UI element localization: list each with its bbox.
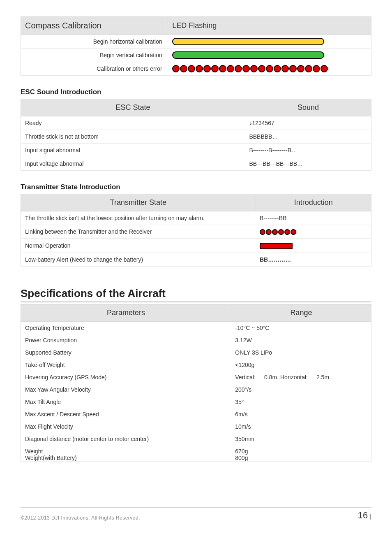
page-footer: ©2012-2013 DJI Innovations. All Rights R… [21, 507, 371, 521]
compass-header-led: LED Flashing [168, 17, 371, 35]
tx-heading: Transmitter State Introduction [21, 183, 371, 191]
tx-intro-text: BB………… [260, 256, 291, 263]
led-pill-green [172, 51, 324, 59]
compass-row-label: Begin horizontal calibration [21, 35, 168, 49]
table-row: Calibration or others error [21, 62, 371, 76]
tx-state: The throttle stick isn't at the lowest p… [21, 211, 256, 225]
tx-intro [256, 225, 371, 239]
spec-heading: Specifications of the Aircraft [21, 287, 371, 302]
led-dot-icon [278, 229, 284, 235]
table-row: Ready♪1234567 [21, 116, 371, 130]
spec-param: Max Tilt Angle [21, 396, 231, 408]
led-dot-icon [266, 65, 273, 72]
table-row: Throttle stick is not at bottomBBBBBB… [21, 130, 371, 144]
spec-range: 670g800g [231, 445, 371, 462]
spec-range: 200°/s [231, 383, 371, 396]
esc-state: Ready [21, 116, 245, 130]
spec-range: ONLY 3S LiPo [231, 346, 371, 359]
led-dot-icon [172, 65, 180, 72]
spec-table: Parameters Range Operating Temperature-1… [21, 304, 371, 462]
esc-sound-table: ESC State Sound Ready♪1234567Throttle st… [21, 99, 371, 171]
led-dot-icon [258, 65, 265, 72]
table-row: Supported BatteryONLY 3S LiPo [21, 346, 371, 359]
esc-header-sound: Sound [245, 99, 371, 116]
tx-intro: BB………… [256, 253, 371, 266]
tx-state: Normal Operation [21, 239, 256, 253]
table-row: Power Consumption3.12W [21, 334, 371, 346]
led-dot-icon [180, 65, 187, 72]
led-dot-icon [260, 229, 265, 235]
table-row: Take-off Weight<1200g [21, 359, 371, 371]
spec-range: 6m/s [231, 408, 371, 420]
spec-range: 10m/s [231, 420, 371, 433]
tx-header-state: Transmitter State [21, 194, 256, 211]
tx-tbody: The throttle stick isn't at the lowest p… [21, 211, 371, 267]
tx-state: Low-battery Alert (Need to change the ba… [21, 253, 256, 266]
led-dots-red [172, 65, 328, 72]
spec-param: Supported Battery [21, 346, 231, 359]
led-dot-icon [272, 229, 278, 235]
led-dot-icon [305, 65, 312, 72]
esc-sound: BB---BB---BB---BB… [245, 157, 371, 171]
led-pill-yellow [172, 38, 324, 45]
spec-range: 35° [231, 396, 371, 408]
spec-param: Operating Temperature [21, 321, 231, 334]
table-row: Hovering Accuracy (GPS Mode)Vertical: 0.… [21, 371, 371, 383]
footer-copyright: ©2012-2013 DJI Innovations. All Rights R… [21, 515, 140, 521]
tx-state: Linking between the Transmitter and the … [21, 225, 256, 239]
led-dot-icon [321, 65, 328, 72]
table-row: Operating Temperature-10°C ~ 50°C [21, 321, 371, 334]
compass-row-label: Begin vertical calibration [21, 49, 168, 62]
led-dot-icon [188, 65, 195, 72]
led-dot-icon [313, 65, 320, 72]
spec-param: Diagonal distance (motor center to motor… [21, 433, 231, 445]
spec-param: Hovering Accuracy (GPS Mode) [21, 371, 231, 383]
table-row: WeightWeight(with Battery)670g800g [21, 445, 371, 462]
spec-param: Max Yaw Angular Velocity [21, 383, 231, 396]
spec-tbody: Operating Temperature-10°C ~ 50°CPower C… [21, 321, 371, 462]
table-row: Begin horizontal calibration [21, 35, 371, 49]
esc-header-state: ESC State [21, 99, 245, 116]
led-dot-icon [284, 229, 290, 235]
compass-row-led [168, 62, 371, 76]
led-dot-icon [274, 65, 281, 72]
esc-heading: ESC Sound Introduction [21, 88, 371, 96]
led-dot-icon [266, 229, 272, 235]
esc-sound: BBBBBB… [245, 130, 371, 144]
led-dot-icon [235, 65, 242, 72]
table-row: Begin vertical calibration [21, 49, 371, 62]
spec-range: 350mm [231, 433, 371, 445]
table-row: Input voltage abnormalBB---BB---BB---BB… [21, 157, 371, 171]
spec-range: -10°C ~ 50°C [231, 321, 371, 334]
page-number: 16| [357, 510, 371, 521]
compass-calibration-table: Compass Calibration LED Flashing Begin h… [21, 16, 371, 76]
spec-range: Vertical: 0.8m. Horizontal: 2.5m [231, 371, 371, 383]
spec-param: Max Flight Velocity [21, 420, 231, 433]
table-row: The throttle stick isn't at the lowest p… [21, 211, 371, 225]
table-row: Max Ascent / Descent Speed6m/s [21, 408, 371, 420]
led-smalldots-red [260, 228, 297, 235]
esc-state: Input signal abnormal [21, 144, 245, 157]
spec-header-param: Parameters [21, 304, 231, 321]
tx-intro: B--------BB [256, 211, 371, 225]
spec-header-range: Range [231, 304, 371, 321]
led-dot-icon [291, 229, 296, 235]
spec-param: Max Ascent / Descent Speed [21, 408, 231, 420]
table-row: Max Tilt Angle35° [21, 396, 371, 408]
esc-sound: ♪1234567 [245, 116, 371, 130]
spec-param: WeightWeight(with Battery) [21, 445, 231, 462]
compass-row-led [168, 35, 371, 49]
table-row: Low-battery Alert (Need to change the ba… [21, 253, 371, 266]
led-dot-icon [297, 65, 304, 72]
table-row: Normal Operation [21, 239, 371, 253]
esc-state: Throttle stick is not at bottom [21, 130, 245, 144]
spec-range: 3.12W [231, 334, 371, 346]
led-dot-icon [250, 65, 258, 72]
led-dot-icon [211, 65, 219, 72]
led-dot-icon [203, 65, 211, 72]
compass-header-calibration: Compass Calibration [21, 17, 168, 35]
led-dot-icon [242, 65, 250, 72]
spec-param: Take-off Weight [21, 359, 231, 371]
led-bar-red [260, 243, 293, 249]
led-dot-icon [289, 65, 297, 72]
